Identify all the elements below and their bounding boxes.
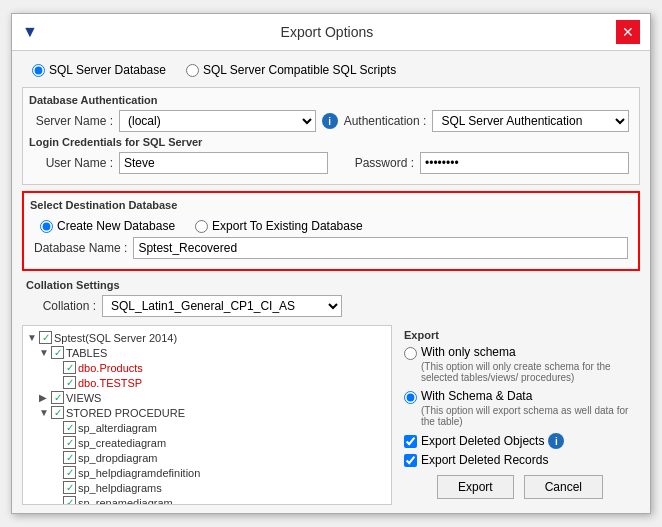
tree-label-sp6: sp_renamediagram — [78, 497, 173, 506]
tree-label-tables: TABLES — [66, 347, 107, 359]
title-center: Export Options — [38, 24, 616, 40]
export-existing-option[interactable]: Export To Existing Database — [195, 219, 363, 233]
title-bar: ▼ Export Options ✕ — [12, 14, 650, 51]
tree-label-sp1: sp_alterdiagram — [78, 422, 157, 434]
app-logo-icon: ▼ — [22, 23, 38, 41]
export-deleted-records-row: Export Deleted Records — [404, 453, 636, 467]
checkbox-sp4[interactable]: ✓ — [63, 466, 76, 479]
schema-data-radio-label[interactable]: With Schema & Data (This option will exp… — [404, 389, 636, 427]
checkbox-sp5[interactable]: ✓ — [63, 481, 76, 494]
tree-label-sp4: sp_helpdiagramdefinition — [78, 467, 200, 479]
checkbox-products[interactable]: ✓ — [63, 361, 76, 374]
schema-only-label: With only schema — [421, 345, 636, 359]
collation-row: Collation Settings — [22, 277, 640, 293]
db-name-label: Database Name : — [34, 241, 127, 255]
collation-label: Collation : — [26, 299, 96, 313]
tree-item-sp1[interactable]: ✓ sp_alterdiagram — [27, 420, 387, 435]
close-button[interactable]: ✕ — [616, 20, 640, 44]
password-label: Password : — [334, 156, 414, 170]
checkbox-sp1[interactable]: ✓ — [63, 421, 76, 434]
tree-label-sp2: sp_creatediagram — [78, 437, 166, 449]
tree-item-stored-proc[interactable]: ▼ ✓ STORED PROCEDURE — [27, 405, 387, 420]
tree-item-sp4[interactable]: ✓ sp_helpdiagramdefinition — [27, 465, 387, 480]
tree-panel[interactable]: ▼ ✓ Sptest(SQL Server 2014) ▼ ✓ TABLES ✓… — [22, 325, 392, 505]
schema-data-description: (This option will export schema as well … — [421, 405, 636, 427]
sql-server-db-option[interactable]: SQL Server Database — [32, 63, 166, 77]
checkbox-stored-proc[interactable]: ✓ — [51, 406, 64, 419]
schema-data-radio[interactable] — [404, 391, 417, 404]
sql-compatible-label: SQL Server Compatible SQL Scripts — [203, 63, 396, 77]
tree-label-views: VIEWS — [66, 392, 101, 404]
checkbox-sp6[interactable]: ✓ — [63, 496, 76, 505]
cancel-button[interactable]: Cancel — [524, 475, 603, 499]
deleted-objects-info-icon[interactable]: i — [548, 433, 564, 449]
create-new-db-option[interactable]: Create New Database — [40, 219, 175, 233]
password-input[interactable] — [420, 152, 629, 174]
server-name-label: Server Name : — [33, 114, 113, 128]
server-info-icon[interactable]: i — [322, 113, 338, 129]
collation-section: Collation Settings Collation : SQL_Latin… — [22, 277, 640, 319]
create-new-db-label: Create New Database — [57, 219, 175, 233]
tree-item-views[interactable]: ▶ ✓ VIEWS — [27, 390, 387, 405]
expand-icon-tables: ▼ — [39, 347, 49, 358]
export-deleted-objects-row: Export Deleted Objects i — [404, 433, 636, 449]
auth-select[interactable]: SQL Server Authentication Windows Authen… — [432, 110, 629, 132]
export-deleted-records-label: Export Deleted Records — [421, 453, 548, 467]
checkbox-sp3[interactable]: ✓ — [63, 451, 76, 464]
tree-label-sptest: Sptest(SQL Server 2014) — [54, 332, 177, 344]
collation-select[interactable]: SQL_Latin1_General_CP1_CI_AS Latin1_Gene… — [102, 295, 342, 317]
tree-item-sp6[interactable]: ✓ sp_renamediagram — [27, 495, 387, 505]
expand-icon: ▼ — [27, 332, 37, 343]
schema-only-description: (This option will only create schema for… — [421, 361, 636, 383]
username-input[interactable] — [119, 152, 328, 174]
tree-label-sp5: sp_helpdiagrams — [78, 482, 162, 494]
expand-icon-views: ▶ — [39, 392, 49, 403]
checkbox-testsp[interactable]: ✓ — [63, 376, 76, 389]
checkbox-tables[interactable]: ✓ — [51, 346, 64, 359]
export-to-section: SQL Server Database SQL Server Compatibl… — [22, 59, 640, 81]
checkbox-views[interactable]: ✓ — [51, 391, 64, 404]
schema-only-radio-label[interactable]: With only schema (This option will only … — [404, 345, 636, 383]
auth-label: Authentication : — [344, 114, 427, 128]
destination-options-row: Create New Database Export To Existing D… — [30, 215, 632, 237]
login-creds-title: Login Credentials for SQL Server — [29, 136, 633, 148]
server-name-row: Server Name : (local) i Authentication :… — [29, 110, 633, 132]
select-destination-section: Select Destination Database Create New D… — [22, 191, 640, 271]
credentials-row: User Name : Password : — [29, 152, 633, 174]
bottom-section: ▼ ✓ Sptest(SQL Server 2014) ▼ ✓ TABLES ✓… — [22, 325, 640, 505]
tree-label-products: dbo.Products — [78, 362, 143, 374]
tree-item-testsp[interactable]: ✓ dbo.TESTSP — [27, 375, 387, 390]
action-buttons-row: Export Cancel — [404, 475, 636, 499]
tree-item-sptest[interactable]: ▼ ✓ Sptest(SQL Server 2014) — [27, 330, 387, 345]
db-name-input[interactable] — [133, 237, 628, 259]
export-button[interactable]: Export — [437, 475, 514, 499]
export-options-dialog: ▼ Export Options ✕ SQL Server Database S… — [11, 13, 651, 514]
select-destination-title: Select Destination Database — [30, 199, 632, 211]
tree-item-sp3[interactable]: ✓ sp_dropdiagram — [27, 450, 387, 465]
export-deleted-objects-checkbox[interactable] — [404, 435, 417, 448]
export-existing-label: Export To Existing Database — [212, 219, 363, 233]
collation-select-row: Collation : SQL_Latin1_General_CP1_CI_AS… — [22, 293, 640, 319]
export-deleted-objects-label: Export Deleted Objects — [421, 434, 544, 448]
export-deleted-records-checkbox[interactable] — [404, 454, 417, 467]
sql-compatible-option[interactable]: SQL Server Compatible SQL Scripts — [186, 63, 396, 77]
tree-item-sp2[interactable]: ✓ sp_creatediagram — [27, 435, 387, 450]
collation-section-label: Collation Settings — [26, 279, 120, 291]
export-panel-title: Export — [404, 329, 636, 341]
dialog-title: Export Options — [281, 24, 374, 40]
checkbox-sptest[interactable]: ✓ — [39, 331, 52, 344]
tree-item-sp5[interactable]: ✓ sp_helpdiagrams — [27, 480, 387, 495]
schema-data-label: With Schema & Data — [421, 389, 636, 403]
db-auth-title: Database Authentication — [29, 94, 633, 106]
tree-label-sp3: sp_dropdiagram — [78, 452, 158, 464]
tree-item-tables[interactable]: ▼ ✓ TABLES — [27, 345, 387, 360]
with-schema-data-option: With Schema & Data (This option will exp… — [404, 389, 636, 427]
schema-only-radio[interactable] — [404, 347, 417, 360]
checkbox-sp2[interactable]: ✓ — [63, 436, 76, 449]
server-name-select[interactable]: (local) — [119, 110, 316, 132]
db-name-row: Database Name : — [30, 237, 632, 259]
tree-item-products[interactable]: ✓ dbo.Products — [27, 360, 387, 375]
export-type-row: SQL Server Database SQL Server Compatibl… — [22, 59, 640, 81]
dialog-body: SQL Server Database SQL Server Compatibl… — [12, 51, 650, 513]
title-bar-left: ▼ — [22, 23, 38, 41]
